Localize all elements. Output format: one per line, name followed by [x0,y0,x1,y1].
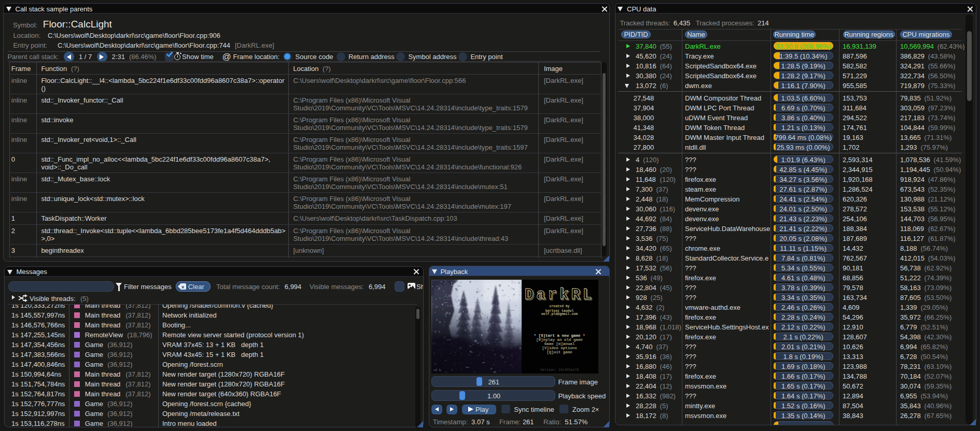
svg-text:[V]ideo options: [V]ideo options [542,346,577,350]
svg-text:wolf.pld@gmail.com: wolf.pld@gmail.com [541,312,578,316]
svg-text:created by: created by [549,305,569,308]
svg-text:[R]eplay an old game: [R]eplay an old game [536,338,583,342]
svg-text:* [S]tart a new game *: * [S]tart a new game * [534,334,585,338]
svg-text:v2 b: v2 b [433,368,441,372]
svg-text:[Q]uit game: [Q]uit game [547,350,572,354]
svg-text:DarkRL: DarkRL [525,286,594,304]
svg-text:Version: 15c455ee76: Version: 15c455ee76 [540,368,579,372]
svg-text:Game [m]anual: Game [m]anual [544,342,575,346]
